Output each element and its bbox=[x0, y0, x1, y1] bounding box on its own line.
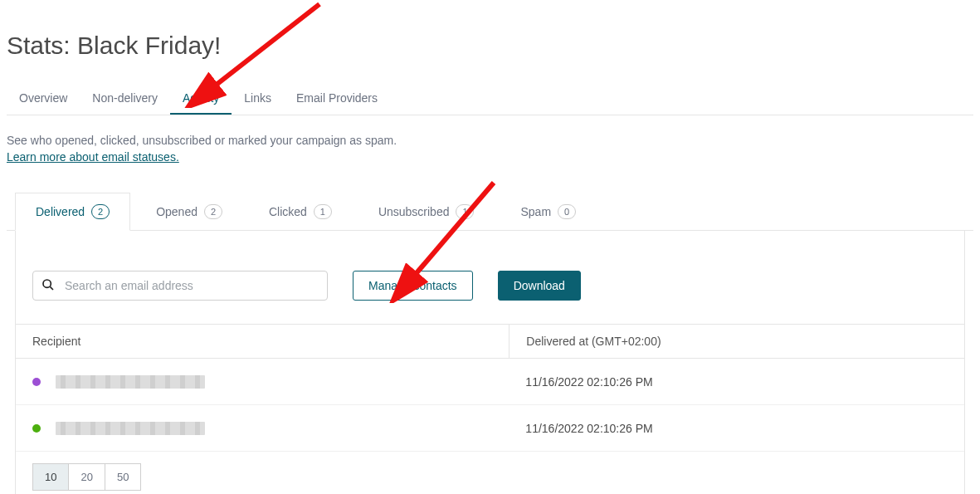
page-size-10[interactable]: 10 bbox=[32, 463, 69, 491]
activity-description: See who opened, clicked, unsubscribed or… bbox=[7, 134, 973, 147]
activity-content: Manage contacts Download Recipient Deliv… bbox=[15, 231, 965, 494]
filter-spam-label: Spam bbox=[520, 205, 551, 218]
table-header: Recipient Delivered at (GMT+02:00) bbox=[16, 324, 964, 359]
page-size-20[interactable]: 20 bbox=[68, 463, 105, 491]
search-wrapper bbox=[32, 271, 328, 301]
table-row: 11/16/2022 02:10:26 PM bbox=[16, 405, 964, 452]
filter-opened[interactable]: Opened 2 bbox=[135, 193, 243, 230]
page-title: Stats: Black Friday! bbox=[7, 32, 973, 60]
tab-overview[interactable]: Overview bbox=[7, 83, 80, 115]
status-dot-icon bbox=[32, 424, 41, 433]
search-icon bbox=[41, 278, 55, 294]
filter-clicked-label: Clicked bbox=[269, 205, 307, 218]
filter-delivered-label: Delivered bbox=[36, 205, 85, 218]
svg-line-1 bbox=[50, 286, 53, 290]
cell-recipient bbox=[16, 360, 509, 404]
svg-point-0 bbox=[43, 280, 51, 287]
pagination: 10 20 50 bbox=[16, 452, 964, 494]
filter-clicked[interactable]: Clicked 1 bbox=[248, 193, 353, 230]
filter-unsubscribed-count: 1 bbox=[456, 204, 474, 219]
column-recipient: Recipient bbox=[16, 325, 509, 358]
filter-delivered-count: 2 bbox=[91, 204, 110, 219]
filter-clicked-count: 1 bbox=[314, 204, 332, 219]
cell-recipient bbox=[16, 407, 509, 450]
tab-activity[interactable]: Activity bbox=[170, 83, 232, 115]
page-size-50[interactable]: 50 bbox=[105, 463, 141, 491]
cell-delivered-at: 11/16/2022 02:10:26 PM bbox=[509, 360, 964, 404]
tab-links[interactable]: Links bbox=[232, 83, 284, 115]
download-button[interactable]: Download bbox=[498, 271, 581, 301]
manage-contacts-button[interactable]: Manage contacts bbox=[353, 271, 473, 301]
filter-opened-label: Opened bbox=[156, 205, 197, 218]
filter-unsubscribed[interactable]: Unsubscribed 1 bbox=[358, 193, 495, 230]
filter-spam-count: 0 bbox=[558, 204, 576, 219]
toolbar: Manage contacts Download bbox=[16, 231, 964, 324]
filter-unsubscribed-label: Unsubscribed bbox=[378, 205, 450, 218]
filter-tabs: Delivered 2 Opened 2 Clicked 1 Unsubscri… bbox=[7, 192, 973, 231]
learn-more-link[interactable]: Learn more about email statuses. bbox=[7, 150, 179, 164]
filter-opened-count: 2 bbox=[204, 204, 222, 219]
column-delivered-at: Delivered at (GMT+02:00) bbox=[509, 325, 964, 358]
table-row: 11/16/2022 02:10:26 PM bbox=[16, 359, 964, 405]
main-nav-tabs: Overview Non-delivery Activity Links Ema… bbox=[7, 83, 973, 115]
page-size-selector: 10 20 50 bbox=[32, 463, 141, 491]
tab-non-delivery[interactable]: Non-delivery bbox=[80, 83, 170, 115]
cell-delivered-at: 11/16/2022 02:10:26 PM bbox=[509, 407, 964, 450]
search-input[interactable] bbox=[63, 271, 319, 300]
filter-spam[interactable]: Spam 0 bbox=[500, 193, 597, 230]
status-dot-icon bbox=[32, 378, 41, 386]
filter-delivered[interactable]: Delivered 2 bbox=[15, 193, 130, 231]
redacted-email bbox=[56, 375, 205, 389]
redacted-email bbox=[56, 422, 205, 435]
tab-email-providers[interactable]: Email Providers bbox=[284, 83, 390, 115]
